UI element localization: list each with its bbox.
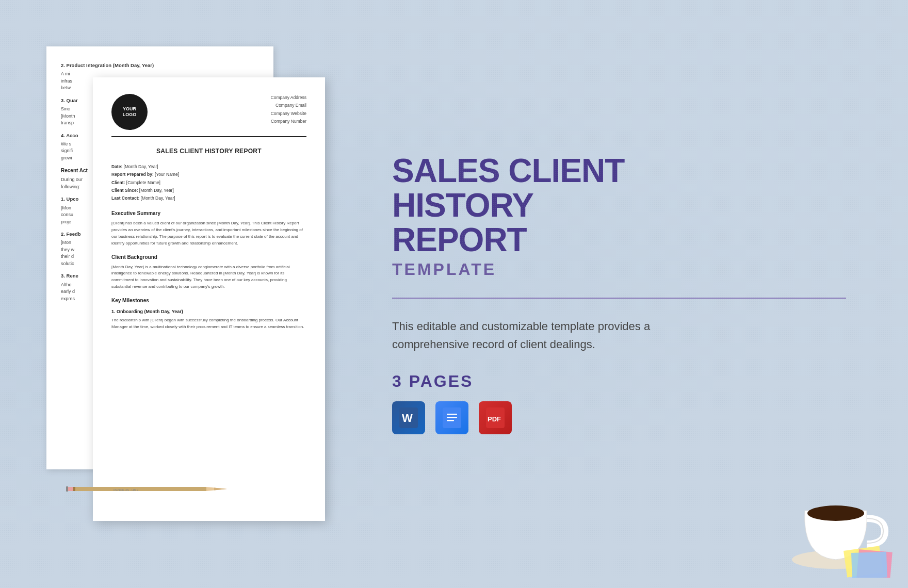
last-contact-label: Last Contact: [111, 195, 139, 201]
client-bg-text: [Month Day, Year] is a multinational tec… [111, 264, 306, 290]
coffee-cup-decoration [784, 459, 898, 578]
divider [392, 298, 846, 299]
pages-section: 3 PAGES W [392, 372, 846, 434]
report-title-block: SALES CLIENT HISTORY REPORT TEMPLATE [392, 154, 846, 279]
client-label: Client: [111, 180, 125, 185]
report-title-line3: REPORT [392, 223, 846, 257]
company-info: Company Address Company Email Company We… [271, 94, 306, 125]
milestone1-text: The relationship with [Client] began wit… [111, 317, 306, 331]
last-contact-value: [Month Day, Year] [141, 195, 175, 201]
company-website: Company Website [271, 110, 306, 118]
document-preview-area: 2. Product Integration (Month Day, Year)… [31, 46, 340, 542]
svg-rect-10 [447, 414, 457, 415]
svg-rect-11 [447, 417, 457, 418]
exec-summary-title: Executive Summary [111, 209, 306, 217]
client-bg-title: Client Background [111, 253, 306, 261]
document-title: SALES CLIENT HISTORY REPORT [111, 146, 306, 156]
pdf-format-icon[interactable]: PDF [479, 401, 512, 434]
prepared-value: [Your Name] [155, 172, 179, 177]
client-since-field: Client Since: [Month Day, Year] [111, 187, 306, 194]
date-label: Date: [111, 164, 122, 169]
pages-label: 3 PAGES [392, 372, 846, 391]
date-value: [Month Day, Year] [124, 164, 158, 169]
client-since-value: [Month Day, Year] [139, 188, 174, 193]
doc-front-page: YOUR LOGO Company Address Company Email … [93, 77, 325, 521]
report-title-line2: HISTORY [392, 188, 846, 223]
company-number: Company Number [271, 118, 306, 125]
prepared-label: Report Prepared by: [111, 172, 154, 177]
back-section2-title: 2. Product Integration (Month Day, Year) [61, 62, 259, 69]
format-icons: W PDF [392, 401, 846, 434]
svg-marker-3 [214, 488, 227, 491]
svg-rect-5 [66, 486, 68, 492]
milestone1-title: 1. Onboarding (Month Day, Year) [111, 308, 306, 316]
main-layout: 2. Product Integration (Month Day, Year)… [0, 0, 908, 588]
logo-line1: YOUR [123, 106, 136, 112]
svg-text:W: W [402, 412, 413, 424]
company-logo: YOUR LOGO [111, 94, 148, 130]
doc-header: YOUR LOGO Company Address Company Email … [111, 94, 306, 137]
doc-meta: Date: [Month Day, Year] Report Prepared … [111, 163, 306, 202]
prepared-field: Report Prepared by: [Your Name] [111, 171, 306, 178]
client-value: [Complete Name] [126, 180, 160, 185]
svg-text:PDF: PDF [488, 415, 501, 423]
word-format-icon[interactable]: W [392, 401, 425, 434]
last-contact-field: Last Contact: [Month Day, Year] [111, 194, 306, 202]
client-field: Client: [Complete Name] [111, 179, 306, 187]
date-field: Date: [Month Day, Year] [111, 163, 306, 171]
svg-rect-19 [851, 552, 887, 578]
info-panel: SALES CLIENT HISTORY REPORT TEMPLATE Thi… [371, 133, 877, 455]
company-email: Company Email [271, 102, 306, 109]
docs-format-icon[interactable] [435, 401, 468, 434]
company-address: Company Address [271, 94, 306, 102]
description-text: This editable and customizable template … [392, 317, 691, 353]
exec-summary-text: [Client] has been a valued client of our… [111, 220, 306, 247]
key-milestones-title: Key Milestones [111, 297, 306, 304]
svg-rect-0 [72, 487, 206, 491]
report-subtitle: TEMPLATE [392, 260, 846, 279]
pencil-decoration: PENCILUS · HB 2 [62, 485, 227, 493]
svg-text:PENCILUS · HB 2: PENCILUS · HB 2 [113, 488, 139, 492]
logo-line2: LOGO [123, 112, 137, 118]
client-since-label: Client Since: [111, 188, 138, 193]
report-title-line1: SALES CLIENT [392, 154, 846, 188]
svg-rect-12 [447, 420, 454, 421]
svg-point-16 [807, 505, 864, 521]
